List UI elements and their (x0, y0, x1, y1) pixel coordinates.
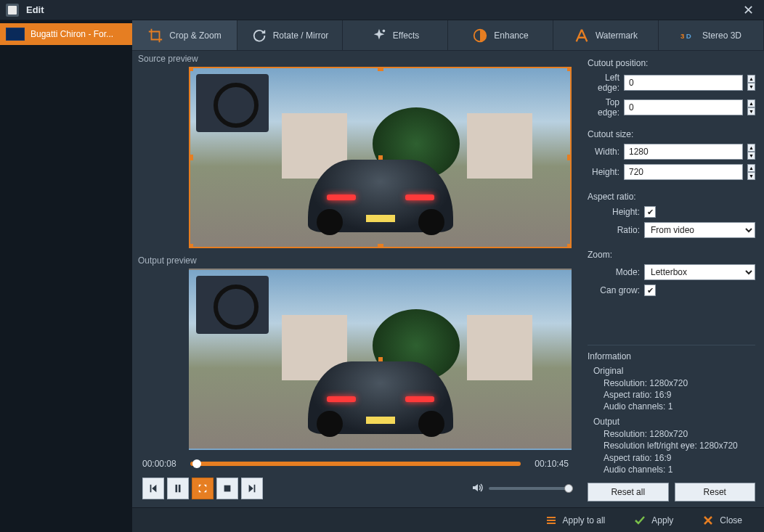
close-label: Close (720, 515, 742, 525)
source-preview[interactable] (189, 67, 572, 248)
file-name: Bugatti Chiron - For... (31, 29, 113, 39)
timeline: 00:00:08 00:10:45 (132, 454, 579, 473)
info-original-aspect: Aspect ratio: 16:9 (604, 389, 755, 401)
tab-label: Watermark (596, 30, 638, 41)
volume-icon[interactable] (471, 482, 483, 496)
ar-height-checkbox[interactable] (644, 206, 656, 218)
enhance-icon (472, 28, 488, 44)
top-edge-input[interactable] (624, 99, 743, 115)
volume-slider[interactable] (489, 487, 569, 490)
apply-all-label: Apply to all (563, 515, 606, 525)
height-spinner[interactable]: ▲▼ (747, 164, 755, 180)
stereo3d-icon: 3D (680, 28, 696, 44)
stop-button[interactable] (216, 478, 238, 499)
check-icon (634, 515, 646, 526)
titlebar: Edit ✕ (0, 0, 764, 20)
cutout-position-title: Cutout position: (588, 58, 755, 68)
height-input[interactable] (624, 164, 743, 180)
info-output-resolution: Resolution: 1280x720 (604, 428, 755, 440)
tab-label: Effects (393, 30, 419, 41)
info-original-audio: Audio channels: 1 (604, 401, 755, 412)
fullscreen-button[interactable] (192, 478, 214, 499)
playback-controls (132, 473, 579, 504)
tab-rotate-mirror[interactable]: Rotate / Mirror (237, 20, 343, 50)
file-tab[interactable]: Bugatti Chiron - For... (0, 23, 132, 45)
watermark-icon (574, 28, 590, 44)
x-icon (702, 515, 714, 526)
next-frame-button[interactable] (241, 478, 263, 499)
height-label: Height: (588, 167, 619, 177)
ar-height-label: Height: (588, 207, 640, 217)
crop-icon (147, 28, 163, 44)
info-output-aspect: Aspect ratio: 16:9 (604, 452, 755, 464)
source-preview-label: Source preview (132, 51, 579, 67)
left-edge-input[interactable] (624, 75, 743, 91)
footer: Apply to all Apply Close (132, 507, 764, 532)
info-output-title: Output (593, 417, 755, 427)
apply-to-all-button[interactable]: Apply to all (545, 515, 606, 526)
information-panel: Information Original Resolution: 1280x72… (588, 345, 755, 502)
time-current: 00:00:08 (142, 459, 183, 469)
aspect-ratio-title: Aspect ratio: (588, 192, 755, 202)
top-edge-spinner[interactable]: ▲▼ (747, 99, 755, 115)
output-preview-label: Output preview (132, 253, 579, 269)
cutout-size-title: Cutout size: (588, 129, 755, 139)
tab-enhance[interactable]: Enhance (448, 20, 553, 50)
apply-all-icon (545, 515, 557, 526)
width-input[interactable] (624, 144, 743, 160)
info-original-title: Original (593, 366, 755, 376)
tab-effects[interactable]: Effects (343, 20, 448, 50)
effects-icon (371, 28, 387, 44)
can-grow-label: Can grow: (588, 285, 640, 295)
apply-button[interactable]: Apply (634, 515, 673, 526)
info-title: Information (588, 351, 755, 361)
close-icon[interactable]: ✕ (739, 2, 758, 18)
zoom-title: Zoom: (588, 250, 755, 260)
ratio-label: Ratio: (588, 225, 640, 235)
top-edge-label: Top edge: (588, 97, 619, 118)
svg-text:3: 3 (680, 31, 685, 39)
ratio-select[interactable]: From video (644, 222, 755, 238)
tab-stereo-3d[interactable]: 3D Stereo 3D (659, 20, 764, 50)
reset-all-button[interactable]: Reset all (588, 483, 669, 502)
file-thumbnail (6, 28, 25, 41)
app-icon (6, 4, 19, 17)
apply-label: Apply (651, 515, 673, 525)
output-preview (189, 269, 572, 450)
tab-crop-zoom[interactable]: Crop & Zoom (132, 20, 237, 50)
tab-label: Stereo 3D (702, 30, 741, 41)
info-original-resolution: Resolution: 1280x720 (604, 377, 755, 389)
time-total: 00:10:45 (528, 459, 569, 469)
mode-select[interactable]: Letterbox (644, 264, 755, 280)
prev-frame-button[interactable] (142, 478, 164, 499)
tab-label: Rotate / Mirror (273, 30, 329, 41)
reset-button[interactable]: Reset (675, 483, 756, 502)
info-output-resolution-lr: Resolution left/right eye: 1280x720 (604, 440, 755, 451)
seek-slider[interactable] (190, 462, 521, 466)
rotate-icon (251, 28, 267, 44)
tool-tabbar: Crop & Zoom Rotate / Mirror Effects Enha… (132, 20, 764, 51)
file-sidebar: Bugatti Chiron - For... (0, 20, 132, 532)
svg-point-0 (382, 29, 385, 32)
tab-label: Crop & Zoom (169, 30, 221, 41)
svg-text:D: D (686, 31, 691, 39)
svg-rect-4 (224, 486, 231, 492)
window-title: Edit (26, 4, 44, 15)
width-label: Width: (588, 147, 619, 157)
close-button[interactable]: Close (702, 515, 742, 526)
mode-label: Mode: (588, 267, 640, 277)
left-edge-spinner[interactable]: ▲▼ (747, 75, 755, 91)
tab-label: Enhance (494, 30, 528, 41)
properties-panel: Cutout position: Left edge: ▲▼ Top edge:… (579, 51, 764, 507)
can-grow-checkbox[interactable] (644, 285, 656, 296)
width-spinner[interactable]: ▲▼ (747, 144, 755, 160)
left-edge-label: Left edge: (588, 73, 619, 93)
pause-button[interactable] (167, 478, 189, 499)
info-output-audio: Audio channels: 1 (604, 464, 755, 475)
tab-watermark[interactable]: Watermark (553, 20, 659, 50)
